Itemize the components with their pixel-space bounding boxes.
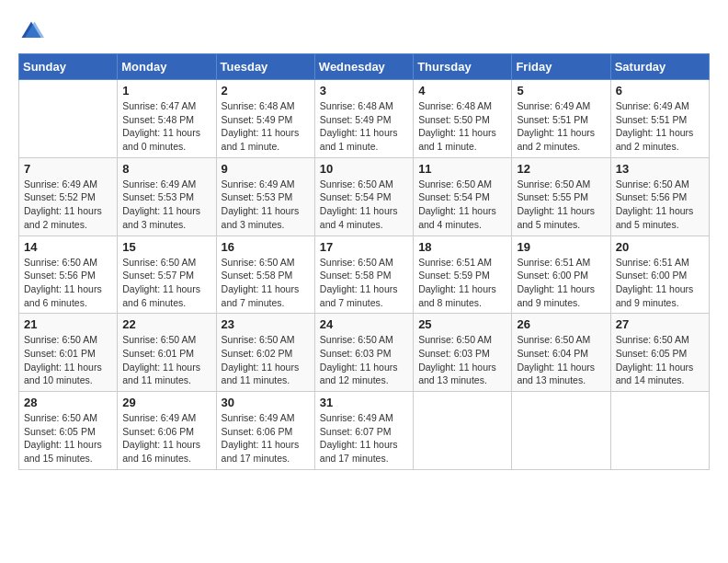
day-header-monday: Monday: [118, 54, 216, 80]
week-row-3: 14Sunrise: 6:50 AM Sunset: 5:56 PM Dayli…: [19, 236, 710, 314]
day-number: 3: [320, 84, 408, 98]
day-number: 30: [222, 396, 310, 409]
day-info: Sunrise: 6:48 AM Sunset: 5:49 PM Dayligh…: [320, 99, 408, 154]
day-number: 23: [222, 317, 310, 331]
day-cell: 13Sunrise: 6:50 AM Sunset: 5:56 PM Dayli…: [610, 157, 709, 236]
day-cell: 8Sunrise: 6:49 AM Sunset: 5:53 PM Daylig…: [118, 157, 216, 236]
day-cell: 29Sunrise: 6:49 AM Sunset: 6:06 PM Dayli…: [118, 392, 216, 470]
day-header-sunday: Sunday: [19, 54, 118, 80]
day-cell: 26Sunrise: 6:50 AM Sunset: 6:04 PM Dayli…: [512, 314, 610, 392]
day-number: 14: [24, 240, 112, 254]
day-cell: 19Sunrise: 6:51 AM Sunset: 6:00 PM Dayli…: [512, 236, 610, 314]
day-info: Sunrise: 6:50 AM Sunset: 5:56 PM Dayligh…: [24, 256, 112, 310]
week-row-1: 1Sunrise: 6:47 AM Sunset: 5:48 PM Daylig…: [19, 80, 710, 158]
day-cell: 31Sunrise: 6:49 AM Sunset: 6:07 PM Dayli…: [314, 392, 413, 470]
day-info: Sunrise: 6:49 AM Sunset: 5:53 PM Dayligh…: [222, 178, 310, 232]
day-info: Sunrise: 6:49 AM Sunset: 5:53 PM Dayligh…: [122, 178, 210, 232]
day-cell: 15Sunrise: 6:50 AM Sunset: 5:57 PM Dayli…: [118, 236, 216, 314]
day-cell: 21Sunrise: 6:50 AM Sunset: 6:01 PM Dayli…: [19, 314, 118, 392]
day-number: 26: [517, 317, 605, 331]
day-info: Sunrise: 6:49 AM Sunset: 5:51 PM Dayligh…: [517, 99, 605, 154]
day-info: Sunrise: 6:50 AM Sunset: 5:58 PM Dayligh…: [222, 256, 310, 310]
day-header-thursday: Thursday: [414, 54, 512, 80]
day-cell: 2Sunrise: 6:48 AM Sunset: 5:49 PM Daylig…: [216, 80, 314, 158]
day-number: 7: [24, 162, 112, 176]
day-number: 29: [122, 396, 210, 409]
day-number: 12: [517, 162, 605, 176]
day-cell: 4Sunrise: 6:48 AM Sunset: 5:50 PM Daylig…: [414, 80, 512, 158]
day-cell: 27Sunrise: 6:50 AM Sunset: 6:05 PM Dayli…: [610, 314, 709, 392]
day-cell: [610, 392, 709, 470]
day-cell: 6Sunrise: 6:49 AM Sunset: 5:51 PM Daylig…: [610, 80, 709, 158]
day-info: Sunrise: 6:50 AM Sunset: 5:58 PM Dayligh…: [320, 256, 408, 310]
day-cell: 18Sunrise: 6:51 AM Sunset: 5:59 PM Dayli…: [414, 236, 512, 314]
day-number: 18: [418, 240, 506, 254]
day-number: 13: [616, 162, 704, 176]
day-cell: 12Sunrise: 6:50 AM Sunset: 5:55 PM Dayli…: [512, 157, 610, 236]
day-header-wednesday: Wednesday: [314, 54, 413, 80]
day-cell: 28Sunrise: 6:50 AM Sunset: 6:05 PM Dayli…: [19, 392, 118, 470]
day-number: 1: [122, 84, 210, 98]
day-number: 8: [122, 162, 210, 176]
day-info: Sunrise: 6:51 AM Sunset: 6:00 PM Dayligh…: [616, 256, 704, 310]
day-cell: 24Sunrise: 6:50 AM Sunset: 6:03 PM Dayli…: [314, 314, 413, 392]
day-info: Sunrise: 6:50 AM Sunset: 6:03 PM Dayligh…: [418, 333, 506, 387]
day-cell: 14Sunrise: 6:50 AM Sunset: 5:56 PM Dayli…: [19, 236, 118, 314]
day-number: 15: [122, 240, 210, 254]
logo-icon: [18, 18, 44, 44]
day-cell: [512, 392, 610, 470]
day-header-tuesday: Tuesday: [216, 54, 314, 80]
day-info: Sunrise: 6:50 AM Sunset: 5:56 PM Dayligh…: [616, 178, 704, 232]
day-number: 5: [517, 84, 605, 98]
day-info: Sunrise: 6:50 AM Sunset: 6:05 PM Dayligh…: [24, 411, 112, 465]
page-header: [18, 18, 710, 44]
day-number: 31: [320, 396, 408, 409]
day-info: Sunrise: 6:49 AM Sunset: 5:51 PM Dayligh…: [616, 99, 704, 154]
day-number: 28: [24, 396, 112, 409]
day-info: Sunrise: 6:47 AM Sunset: 5:48 PM Dayligh…: [122, 99, 210, 154]
day-info: Sunrise: 6:50 AM Sunset: 5:54 PM Dayligh…: [320, 178, 408, 232]
day-info: Sunrise: 6:49 AM Sunset: 5:52 PM Dayligh…: [24, 178, 112, 232]
day-cell: 1Sunrise: 6:47 AM Sunset: 5:48 PM Daylig…: [118, 80, 216, 158]
day-cell: 11Sunrise: 6:50 AM Sunset: 5:54 PM Dayli…: [414, 157, 512, 236]
day-number: 9: [222, 162, 310, 176]
header-row: SundayMondayTuesdayWednesdayThursdayFrid…: [19, 54, 710, 80]
day-cell: 17Sunrise: 6:50 AM Sunset: 5:58 PM Dayli…: [314, 236, 413, 314]
week-row-5: 28Sunrise: 6:50 AM Sunset: 6:05 PM Dayli…: [19, 392, 710, 470]
week-row-4: 21Sunrise: 6:50 AM Sunset: 6:01 PM Dayli…: [19, 314, 710, 392]
day-cell: 3Sunrise: 6:48 AM Sunset: 5:49 PM Daylig…: [314, 80, 413, 158]
day-cell: 16Sunrise: 6:50 AM Sunset: 5:58 PM Dayli…: [216, 236, 314, 314]
day-cell: 22Sunrise: 6:50 AM Sunset: 6:01 PM Dayli…: [118, 314, 216, 392]
day-info: Sunrise: 6:49 AM Sunset: 6:06 PM Dayligh…: [222, 411, 310, 465]
day-number: 21: [24, 317, 112, 331]
logo: [18, 18, 48, 44]
day-info: Sunrise: 6:50 AM Sunset: 6:05 PM Dayligh…: [616, 333, 704, 387]
day-info: Sunrise: 6:48 AM Sunset: 5:50 PM Dayligh…: [418, 99, 506, 154]
day-info: Sunrise: 6:48 AM Sunset: 5:49 PM Dayligh…: [222, 99, 310, 154]
day-cell: [414, 392, 512, 470]
day-number: 27: [616, 317, 704, 331]
day-info: Sunrise: 6:50 AM Sunset: 6:03 PM Dayligh…: [320, 333, 408, 387]
day-cell: 9Sunrise: 6:49 AM Sunset: 5:53 PM Daylig…: [216, 157, 314, 236]
day-info: Sunrise: 6:49 AM Sunset: 6:06 PM Dayligh…: [122, 411, 210, 465]
day-info: Sunrise: 6:50 AM Sunset: 6:01 PM Dayligh…: [24, 333, 112, 387]
day-info: Sunrise: 6:50 AM Sunset: 6:02 PM Dayligh…: [222, 333, 310, 387]
day-info: Sunrise: 6:50 AM Sunset: 5:54 PM Dayligh…: [418, 178, 506, 232]
day-info: Sunrise: 6:51 AM Sunset: 5:59 PM Dayligh…: [418, 256, 506, 310]
day-cell: 7Sunrise: 6:49 AM Sunset: 5:52 PM Daylig…: [19, 157, 118, 236]
day-cell: [19, 80, 118, 158]
day-number: 20: [616, 240, 704, 254]
day-info: Sunrise: 6:50 AM Sunset: 5:57 PM Dayligh…: [122, 256, 210, 310]
day-number: 24: [320, 317, 408, 331]
day-info: Sunrise: 6:50 AM Sunset: 6:01 PM Dayligh…: [122, 333, 210, 387]
day-cell: 10Sunrise: 6:50 AM Sunset: 5:54 PM Dayli…: [314, 157, 413, 236]
day-number: 10: [320, 162, 408, 176]
day-number: 4: [418, 84, 506, 98]
day-number: 16: [222, 240, 310, 254]
day-number: 2: [222, 84, 310, 98]
day-number: 11: [418, 162, 506, 176]
day-number: 22: [122, 317, 210, 331]
day-header-saturday: Saturday: [610, 54, 709, 80]
day-cell: 23Sunrise: 6:50 AM Sunset: 6:02 PM Dayli…: [216, 314, 314, 392]
day-cell: 25Sunrise: 6:50 AM Sunset: 6:03 PM Dayli…: [414, 314, 512, 392]
